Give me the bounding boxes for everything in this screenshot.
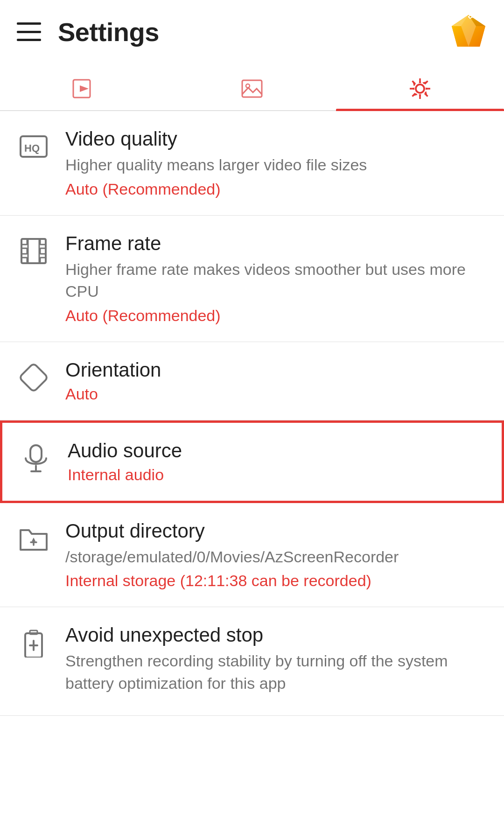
- setting-avoid-unexpected-stop[interactable]: Avoid unexpected stop Strengthen recordi…: [0, 607, 504, 715]
- setting-content-frame-rate: Frame rate Higher frame rate makes video…: [65, 232, 487, 325]
- sketch-logo-icon: [450, 13, 487, 50]
- settings-list: HQ Video quality Higher quality means la…: [0, 111, 504, 716]
- setting-title-audio-source: Audio source: [68, 440, 485, 462]
- hq-icon: HQ: [17, 130, 50, 163]
- setting-value-frame-rate: Auto (Recommended): [65, 307, 487, 325]
- tab-video[interactable]: [0, 63, 168, 110]
- setting-desc-output-directory: /storage/emulated/0/Movies/AzScreenRecor…: [65, 546, 487, 568]
- setting-content-audio-source: Audio source Internal audio: [68, 440, 485, 484]
- video-tab-icon: [72, 77, 96, 101]
- svg-rect-35: [30, 445, 42, 462]
- setting-value-output-directory: Internal storage (12:11:38 can be record…: [65, 572, 487, 590]
- setting-desc-frame-rate: Higher frame rate makes videos smoother …: [65, 259, 487, 303]
- menu-icon[interactable]: [17, 22, 41, 41]
- setting-title-orientation: Orientation: [65, 359, 487, 381]
- settings-tab-icon: [408, 77, 432, 101]
- setting-title-avoid-unexpected-stop: Avoid unexpected stop: [65, 624, 487, 646]
- mic-icon: [19, 441, 53, 475]
- orientation-icon: [17, 361, 50, 394]
- svg-line-21: [425, 81, 428, 84]
- svg-rect-25: [21, 239, 46, 263]
- setting-value-video-quality: Auto (Recommended): [65, 180, 487, 198]
- setting-title-frame-rate: Frame rate: [65, 232, 487, 255]
- page-title: Settings: [58, 17, 450, 47]
- setting-value-audio-source: Internal audio: [68, 466, 485, 484]
- svg-marker-10: [80, 85, 89, 92]
- setting-frame-rate[interactable]: Frame rate Higher frame rate makes video…: [0, 216, 504, 342]
- setting-desc-avoid-unexpected-stop: Strengthen recording stability by turnin…: [65, 650, 487, 694]
- tab-settings[interactable]: [336, 63, 504, 110]
- setting-content-orientation: Orientation Auto: [65, 359, 487, 403]
- svg-text:HQ: HQ: [24, 142, 40, 154]
- svg-rect-11: [242, 80, 262, 97]
- film-icon: [17, 234, 50, 268]
- setting-desc-video-quality: Higher quality means larger video file s…: [65, 154, 487, 176]
- svg-rect-34: [19, 363, 48, 392]
- setting-content-avoid-unexpected-stop: Avoid unexpected stop Strengthen recordi…: [65, 624, 487, 698]
- setting-video-quality[interactable]: HQ Video quality Higher quality means la…: [0, 111, 504, 216]
- setting-content-video-quality: Video quality Higher quality means large…: [65, 128, 487, 198]
- setting-content-output-directory: Output directory /storage/emulated/0/Mov…: [65, 520, 487, 590]
- svg-point-14: [416, 84, 424, 93]
- svg-marker-40: [32, 538, 35, 541]
- tab-image[interactable]: [168, 63, 336, 110]
- folder-icon: [17, 522, 50, 555]
- setting-title-output-directory: Output directory: [65, 520, 487, 542]
- setting-value-orientation: Auto: [65, 385, 487, 403]
- setting-audio-source[interactable]: Audio source Internal audio: [0, 420, 504, 503]
- header: Settings: [0, 0, 504, 63]
- svg-line-20: [425, 93, 428, 97]
- tab-bar: [0, 63, 504, 111]
- svg-line-19: [413, 81, 416, 84]
- svg-line-22: [413, 93, 416, 97]
- svg-line-6: [471, 14, 473, 17]
- battery-icon: [17, 626, 50, 659]
- setting-orientation[interactable]: Orientation Auto: [0, 342, 504, 420]
- setting-title-video-quality: Video quality: [65, 128, 487, 150]
- setting-output-directory[interactable]: Output directory /storage/emulated/0/Mov…: [0, 503, 504, 608]
- image-tab-icon: [240, 77, 264, 101]
- svg-point-12: [246, 84, 250, 88]
